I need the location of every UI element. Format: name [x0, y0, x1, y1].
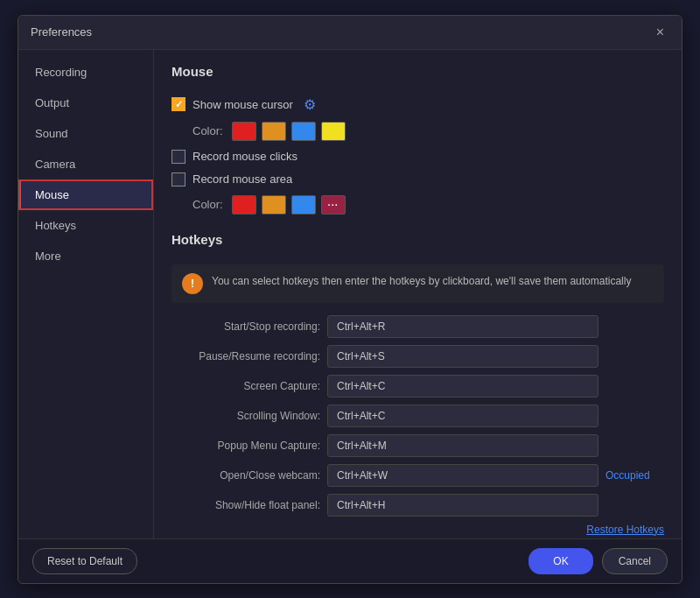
area-color-row: Color: ··· — [192, 195, 664, 215]
hotkey-label-pause: Pause/Resume recording: — [172, 350, 320, 362]
restore-hotkeys-link[interactable]: Restore Hotkeys — [172, 524, 664, 536]
hotkey-row-scrolling: Scrolling Window: — [172, 405, 664, 427]
dialog-title: Preferences — [31, 25, 92, 39]
mouse-section-title: Mouse — [172, 64, 664, 84]
footer-right: OK Cancel — [528, 548, 668, 574]
sidebar-item-recording[interactable]: Recording — [18, 57, 153, 88]
hotkey-label-float: Show/Hide float panel: — [172, 499, 320, 511]
hotkey-label-popup: Popup Menu Capture: — [172, 440, 320, 452]
hotkeys-section-title: Hotkeys — [172, 232, 664, 252]
record-area-checkbox[interactable] — [172, 172, 186, 186]
reset-button[interactable]: Reset to Default — [32, 548, 137, 574]
hotkey-label-scrolling: Scrolling Window: — [172, 410, 320, 422]
record-area-row: Record mouse area — [172, 172, 664, 186]
close-button[interactable]: × — [651, 23, 669, 42]
area-color-label: Color: — [192, 198, 223, 211]
cursor-color-label: Color: — [192, 124, 223, 137]
hotkey-input-popup[interactable] — [327, 434, 598, 457]
hotkeys-section: Hotkeys ! You can select hotkeys then en… — [172, 232, 664, 536]
hotkey-row-webcam: Open/Close webcam: Occupied — [172, 464, 664, 487]
area-color-red[interactable] — [232, 195, 256, 215]
area-color-blue[interactable] — [291, 195, 316, 215]
sidebar-item-mouse[interactable]: Mouse — [18, 179, 153, 210]
area-color-orange[interactable] — [262, 195, 286, 215]
dialog-footer: Reset to Default OK Cancel — [18, 538, 682, 583]
preferences-dialog: Preferences × Recording Output Sound Cam… — [18, 15, 682, 584]
sidebar-item-output[interactable]: Output — [18, 88, 153, 118]
hotkey-label-start-stop: Start/Stop recording: — [172, 320, 320, 333]
hotkey-input-screen-capture[interactable] — [327, 375, 598, 397]
sidebar-item-hotkeys[interactable]: Hotkeys — [18, 210, 153, 241]
occupied-label: Occupied — [606, 469, 650, 482]
hotkey-row-pause: Pause/Resume recording: — [172, 345, 664, 368]
record-clicks-checkbox[interactable] — [172, 150, 186, 164]
hotkey-row-popup: Popup Menu Capture: — [172, 434, 664, 457]
hotkey-input-scrolling[interactable] — [327, 405, 598, 427]
hotkey-input-pause[interactable] — [327, 345, 598, 368]
hotkey-input-start-stop[interactable] — [327, 315, 598, 338]
mouse-section: Mouse Show mouse cursor ⚙ Color: — [172, 64, 664, 215]
ok-button[interactable]: OK — [528, 548, 592, 574]
title-bar: Preferences × — [18, 16, 682, 50]
area-color-more[interactable]: ··· — [321, 195, 346, 215]
show-cursor-row: Show mouse cursor ⚙ — [172, 96, 664, 113]
hotkey-row-float: Show/Hide float panel: — [172, 494, 664, 517]
info-icon: ! — [182, 273, 203, 294]
gear-icon[interactable]: ⚙ — [304, 96, 316, 113]
hotkey-input-webcam[interactable] — [327, 464, 598, 487]
hotkey-input-float[interactable] — [327, 494, 598, 517]
sidebar-item-sound[interactable]: Sound — [18, 118, 153, 149]
hotkey-row-screen-capture: Screen Capture: — [172, 375, 664, 397]
cursor-color-yellow[interactable] — [321, 122, 346, 141]
hotkey-label-screen-capture: Screen Capture: — [172, 380, 320, 392]
hotkey-row-start-stop: Start/Stop recording: — [172, 315, 664, 338]
sidebar: Recording Output Sound Camera Mouse Hotk… — [18, 50, 154, 538]
record-area-label: Record mouse area — [192, 172, 292, 186]
sidebar-item-more[interactable]: More — [18, 241, 153, 271]
cursor-color-orange[interactable] — [262, 122, 286, 141]
cursor-color-red[interactable] — [232, 122, 256, 141]
cursor-color-row: Color: — [192, 122, 664, 141]
cursor-color-blue[interactable] — [291, 122, 316, 141]
sidebar-item-camera[interactable]: Camera — [18, 149, 153, 179]
record-clicks-row: Record mouse clicks — [172, 150, 664, 164]
show-cursor-checkbox[interactable] — [172, 97, 186, 111]
dialog-body: Recording Output Sound Camera Mouse Hotk… — [18, 50, 682, 538]
hotkey-label-webcam: Open/Close webcam: — [172, 469, 320, 482]
hotkeys-info-banner: ! You can select hotkeys then enter the … — [172, 264, 664, 303]
hotkeys-info-text: You can select hotkeys then enter the ho… — [212, 273, 631, 289]
show-cursor-label: Show mouse cursor — [192, 98, 293, 111]
main-content: Mouse Show mouse cursor ⚙ Color: — [154, 50, 682, 538]
record-clicks-label: Record mouse clicks — [192, 150, 298, 163]
cancel-button[interactable]: Cancel — [602, 548, 668, 574]
